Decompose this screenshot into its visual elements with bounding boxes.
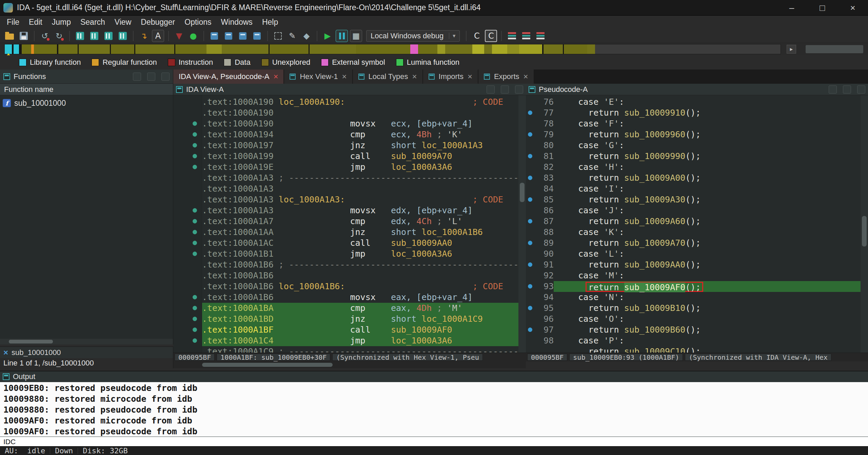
scrollbar-thumb[interactable] bbox=[9, 340, 53, 343]
c-source-icon[interactable]: C bbox=[471, 30, 483, 42]
pseudocode-line[interactable]: 79 return sub_10009960(); bbox=[526, 129, 861, 140]
pseudocode-line[interactable]: 91 return sub_10009AA0(); bbox=[526, 259, 861, 270]
scrollbar-thumb[interactable] bbox=[520, 183, 525, 202]
start-debug-icon[interactable]: ▶ bbox=[321, 30, 334, 42]
pseudocode-line[interactable]: 96 case 'O': bbox=[526, 314, 861, 324]
pseudocode-line[interactable]: 86 case 'J': bbox=[526, 205, 861, 216]
disasm-line[interactable]: .text:1000A1A7 cmp edx, 4Ch ; 'L' bbox=[202, 216, 518, 227]
pseudocode-line[interactable]: 81 return sub_10009990(); bbox=[526, 151, 861, 162]
window-list-icon-3[interactable] bbox=[534, 30, 547, 42]
panel-toolbar-icon[interactable] bbox=[515, 85, 523, 94]
disasm-line[interactable]: .text:1000A1BF call sub_10009AF0 bbox=[202, 324, 518, 335]
tab-close-icon[interactable]: × bbox=[468, 73, 472, 81]
disasm-line[interactable]: .text:1000A1AC call sub_10009AA0 bbox=[202, 238, 518, 249]
disasm-line[interactable]: .text:1000A1A3 ; -----------------------… bbox=[202, 173, 518, 183]
disasm-line[interactable]: .text:1000A1C4 jmp loc_1000A3A6 bbox=[202, 335, 518, 346]
green-circle-icon[interactable]: ● bbox=[187, 30, 199, 42]
panel-toolbar-icon[interactable] bbox=[161, 73, 170, 81]
pseudocode-line[interactable]: 90 case 'L': bbox=[526, 249, 861, 259]
tab-hex-view-1[interactable]: Hex View-1× bbox=[284, 70, 352, 84]
navband-scrollbar[interactable] bbox=[806, 45, 863, 53]
open-file-icon[interactable] bbox=[3, 30, 16, 42]
disasm-line[interactable]: .text:1000A1BA cmp eax, 4Dh ; 'M' bbox=[202, 303, 518, 314]
undo-icon[interactable]: ↺ bbox=[39, 30, 51, 42]
open-segments-window-icon[interactable] bbox=[117, 30, 129, 42]
disasm-line[interactable]: .text:1000A1B6 bbox=[202, 270, 518, 281]
functions-hscrollbar[interactable] bbox=[0, 339, 173, 344]
pseudocode-line[interactable]: return sub_10009C10(); bbox=[526, 346, 861, 353]
navband[interactable] bbox=[4, 44, 781, 54]
debug-tool-icon-4[interactable] bbox=[251, 30, 263, 42]
cli-input[interactable] bbox=[20, 437, 868, 446]
pseudocode-line[interactable]: 78 case 'F': bbox=[526, 118, 861, 129]
window-list-icon-2[interactable] bbox=[520, 30, 532, 42]
debugger-selector[interactable]: Local Windows debug▾ bbox=[366, 30, 460, 42]
panel-toolbar-icon[interactable] bbox=[487, 85, 495, 94]
edit-pencil-icon[interactable]: ✎ bbox=[286, 30, 298, 42]
red-triangle-icon[interactable]: ▼ bbox=[173, 30, 185, 42]
redo-icon[interactable]: ↻ bbox=[53, 30, 65, 42]
disasm-line[interactable]: .text:1000A1B1 jmp loc_1000A3A6 bbox=[202, 249, 518, 259]
navband-arrow-icon[interactable]: ► bbox=[787, 45, 796, 54]
panel-toolbar-icon[interactable] bbox=[829, 85, 837, 94]
save-file-icon[interactable] bbox=[18, 30, 30, 42]
disasm-line[interactable]: .text:1000A199 call sub_10009A70 bbox=[202, 151, 518, 162]
disasm-line[interactable]: .text:1000A197 jnz short loc_1000A1A3 bbox=[202, 140, 518, 151]
tab-close-icon[interactable]: × bbox=[524, 73, 528, 81]
pseudocode-vscrollbar[interactable] bbox=[861, 95, 868, 353]
open-names-window-icon[interactable] bbox=[88, 30, 100, 42]
pseudocode-line[interactable]: 76 case 'E': bbox=[526, 97, 861, 107]
scrollbar-thumb[interactable] bbox=[862, 216, 867, 246]
disasm-line[interactable]: .text:1000A1B6 loc_1000A1B6: ; CODE bbox=[202, 281, 518, 292]
disasm-line[interactable]: .text:1000A1A3 bbox=[202, 183, 518, 194]
tab-local-types[interactable]: Local Types× bbox=[353, 70, 422, 84]
cli-selector[interactable]: IDC bbox=[3, 438, 16, 446]
open-strings-window-icon[interactable] bbox=[102, 30, 115, 42]
menu-item-options[interactable]: Options bbox=[180, 18, 216, 27]
menu-item-debugger[interactable]: Debugger bbox=[136, 18, 180, 27]
disasm-line[interactable]: .text:1000A1A3 movsx edx, [ebp+var_4] bbox=[202, 205, 518, 216]
pseudocode-line[interactable]: 94 case 'N': bbox=[526, 292, 861, 303]
function-name-column-header[interactable]: Function name bbox=[0, 84, 173, 95]
menu-item-file[interactable]: File bbox=[2, 18, 24, 27]
menu-item-windows[interactable]: Windows bbox=[216, 18, 257, 27]
tab-close-icon[interactable]: × bbox=[412, 73, 417, 81]
c-pseudocode-icon[interactable]: C bbox=[485, 30, 497, 42]
pseudocode-line[interactable]: 98 case 'P': bbox=[526, 335, 861, 346]
menu-item-jump[interactable]: Jump bbox=[47, 18, 76, 27]
jump-arrow-icon[interactable]: ↴ bbox=[138, 30, 150, 42]
pseudocode-line[interactable]: 87 return sub_10009A60(); bbox=[526, 216, 861, 227]
tab-ida-view-a-pseudocode-a[interactable]: IDA View-A, Pseudocode-A× bbox=[173, 70, 283, 84]
pause-debug-icon[interactable] bbox=[336, 30, 348, 42]
pseudocode-line[interactable]: 88 case 'K': bbox=[526, 227, 861, 238]
tab-close-icon[interactable]: × bbox=[3, 348, 8, 357]
disasm-line[interactable]: .text:1000A1BD jnz short loc_1000A1C9 bbox=[202, 314, 518, 324]
select-region-icon[interactable] bbox=[272, 30, 284, 42]
menu-item-help[interactable]: Help bbox=[257, 18, 283, 27]
pseudocode-line[interactable]: 97 return sub_10009B60(); bbox=[526, 324, 861, 335]
debug-tool-icon-2[interactable] bbox=[222, 30, 235, 42]
debug-tool-icon-1[interactable] bbox=[208, 30, 220, 42]
pseudocode-line[interactable]: 89 return sub_10009A70(); bbox=[526, 238, 861, 249]
disasm-line[interactable]: .text:1000A190 loc_1000A190: ; CODE bbox=[202, 97, 518, 107]
pseudocode-line[interactable]: 85 return sub_10009A30(); bbox=[526, 194, 861, 205]
menu-item-view[interactable]: View bbox=[110, 18, 136, 27]
functions-bottom-tab[interactable]: × sub_10001000 bbox=[0, 347, 173, 358]
disasm-line[interactable]: .text:1000A1B6 ; -----------------------… bbox=[202, 259, 518, 270]
tab-exports[interactable]: Exports× bbox=[478, 70, 534, 84]
debug-tool-icon-3[interactable] bbox=[237, 30, 249, 42]
disasm-line[interactable]: .text:1000A1C9 ; -----------------------… bbox=[202, 346, 518, 353]
disasm-hscrollbar[interactable] bbox=[173, 361, 526, 368]
disasm-line[interactable]: .text:1000A1AA jnz short loc_1000A1B6 bbox=[202, 227, 518, 238]
tab-imports[interactable]: Imports× bbox=[423, 70, 478, 84]
tab-close-icon[interactable]: × bbox=[273, 73, 278, 81]
panel-toolbar-icon[interactable] bbox=[133, 73, 141, 81]
menu-item-edit[interactable]: Edit bbox=[24, 18, 47, 27]
window-list-icon-1[interactable] bbox=[506, 30, 518, 42]
minimize-button[interactable]: – bbox=[776, 0, 807, 16]
panel-toolbar-icon[interactable] bbox=[857, 85, 865, 94]
panel-toolbar-icon[interactable] bbox=[843, 85, 851, 94]
disasm-line[interactable]: .text:1000A190 movsx ecx, [ebp+var_4] bbox=[202, 118, 518, 129]
pseudocode-line[interactable]: 83 return sub_10009A00(); bbox=[526, 173, 861, 183]
panel-toolbar-icon[interactable] bbox=[147, 73, 155, 81]
